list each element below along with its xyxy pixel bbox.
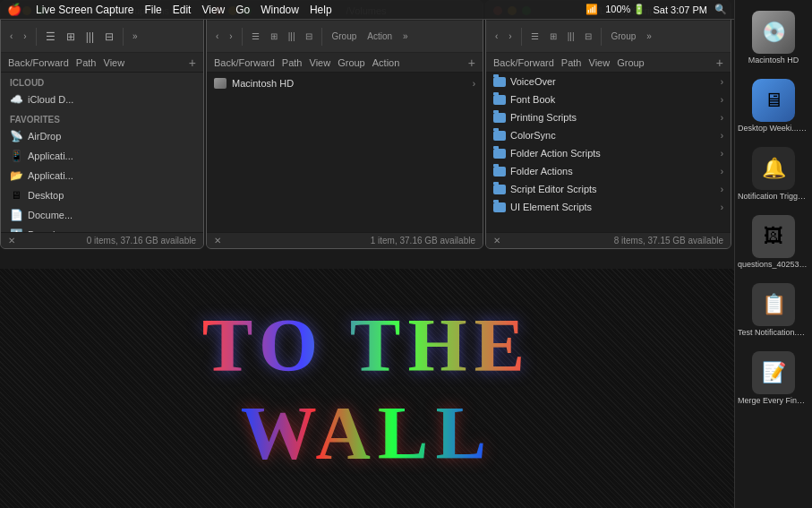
dock-label-notification: Notification Trigger.app bbox=[738, 192, 809, 201]
volumes-file-list: Macintosh HD › bbox=[207, 73, 483, 232]
status-bar-startup: ✕ 0 items, 37.16 GB available bbox=[1, 232, 203, 248]
view-label: View bbox=[104, 57, 125, 68]
sidebar-startup: iCloud ☁️ iCloud D... Favorites 📡 AirDro… bbox=[1, 73, 203, 232]
close-panel-3[interactable]: ✕ bbox=[493, 236, 500, 245]
menu-edit[interactable]: Edit bbox=[173, 4, 192, 16]
file-arrow-2: › bbox=[721, 113, 723, 123]
sep-v2 bbox=[321, 28, 322, 46]
add-btn-3[interactable]: + bbox=[716, 56, 723, 70]
group-label-3: Group bbox=[617, 57, 645, 68]
forward-button[interactable]: › bbox=[20, 30, 30, 43]
dock-item-questions[interactable]: 🖼 questions_402539_ap_...16.gif bbox=[734, 211, 812, 272]
finder-window-startup: /Library/StartupItems ‹ › ☰ ⊞ ||| ⊟ » Ba… bbox=[0, 0, 204, 249]
more-btn-3[interactable]: » bbox=[643, 30, 655, 43]
menu-go[interactable]: Go bbox=[235, 4, 250, 16]
fwd-btn-2[interactable]: › bbox=[226, 30, 235, 43]
dock-item-macintosh-hd[interactable]: 💿 Macintosh HD bbox=[745, 7, 803, 68]
folder-icon-3 bbox=[493, 129, 506, 142]
view-cover-btn[interactable]: ⊟ bbox=[101, 29, 117, 45]
add-btn-2[interactable]: + bbox=[468, 56, 475, 70]
view-s1[interactable]: ☰ bbox=[527, 30, 543, 43]
file-item-colorsync[interactable]: ColorSync› bbox=[486, 126, 731, 144]
file-item-folder-actions[interactable]: Folder Actions› bbox=[486, 162, 731, 180]
view-cols-btn[interactable]: ||| bbox=[82, 29, 98, 45]
dock-item-notification[interactable]: 🔔 Notification Trigger.app bbox=[734, 143, 812, 204]
sidebar-item-apps1[interactable]: 📱 Applicati... bbox=[1, 146, 203, 166]
sidebar-item-apps2[interactable]: 📂 Applicati... bbox=[1, 166, 203, 185]
app-name[interactable]: Live Screen Capture bbox=[36, 4, 133, 16]
dock-item-desktop-weekly[interactable]: 🖥 Desktop Weeki...ackups bbox=[734, 75, 812, 136]
sidebar-item-documents[interactable]: 📄 Docume... bbox=[1, 205, 203, 225]
file-item-voiceover[interactable]: VoiceOver› bbox=[486, 73, 731, 90]
menubar: 🍎 Live Screen Capture File Edit View Go … bbox=[0, 0, 734, 20]
desktop-icon: 🖥 bbox=[10, 189, 22, 202]
documents-label: Docume... bbox=[28, 210, 73, 220]
separator2 bbox=[123, 28, 124, 46]
apple-menu[interactable]: 🍎 bbox=[7, 3, 21, 16]
status-bar-volumes: ✕ 1 item, 37.16 GB available bbox=[207, 232, 483, 248]
wall-text-line2: WALL bbox=[241, 389, 493, 477]
view-2[interactable]: ⊞ bbox=[267, 30, 281, 43]
desktop-weekly-icon: 🖥 bbox=[752, 79, 795, 122]
sidebar-item-downloads[interactable]: ⬇️ Downloa... bbox=[1, 225, 203, 232]
back-button[interactable]: ‹ bbox=[6, 30, 16, 43]
file-item-font-book[interactable]: Font Book› bbox=[486, 90, 731, 108]
file-item-folder-action-scripts[interactable]: Folder Action Scripts› bbox=[486, 144, 731, 162]
view-s3[interactable]: ||| bbox=[564, 30, 578, 43]
apps1-label: Applicati... bbox=[28, 151, 73, 161]
close-panel[interactable]: ✕ bbox=[8, 236, 15, 245]
group-btn-s[interactable]: Group bbox=[607, 30, 639, 43]
view-label-2: View bbox=[310, 57, 331, 68]
more-btn[interactable]: » bbox=[129, 30, 141, 43]
sidebar-item-airdrop[interactable]: 📡 AirDrop bbox=[1, 126, 203, 146]
apps1-icon: 📱 bbox=[10, 150, 22, 162]
menu-wifi[interactable]: 📶 bbox=[585, 4, 598, 15]
view-3[interactable]: ||| bbox=[285, 30, 299, 43]
path-bar-scripts: Back/Forward Path View Group + bbox=[486, 53, 731, 73]
menu-window[interactable]: Window bbox=[261, 4, 299, 16]
icloud-label: iCloud D... bbox=[28, 94, 73, 105]
merge-finder-icon: 📝 bbox=[752, 351, 795, 394]
file-arrow-3: › bbox=[721, 131, 723, 141]
view-icon-btn[interactable]: ☰ bbox=[42, 29, 59, 45]
action-btn[interactable]: Action bbox=[363, 30, 396, 43]
path-label-3: Back/Forward bbox=[493, 57, 554, 68]
toolbar-volumes: ‹ › ☰ ⊞ ||| ⊟ Group Action » bbox=[207, 21, 483, 53]
view-s2[interactable]: ⊞ bbox=[546, 30, 560, 43]
back-btn-3[interactable]: ‹ bbox=[491, 30, 501, 43]
macintosh-hd-row[interactable]: Macintosh HD › bbox=[207, 73, 483, 94]
dock-item-merge-finder[interactable]: 📝 Merge Every Finder...ow.scpt bbox=[734, 348, 812, 409]
test-notification-icon: 📋 bbox=[752, 283, 795, 326]
fwd-btn-3[interactable]: › bbox=[505, 30, 515, 43]
add-button[interactable]: + bbox=[189, 56, 196, 70]
file-name-0: VoiceOver bbox=[510, 76, 716, 87]
file-item-ui-element-scripts[interactable]: UI Element Scripts› bbox=[486, 198, 731, 216]
file-name-2: Printing Scripts bbox=[510, 112, 716, 123]
view-1[interactable]: ☰ bbox=[248, 30, 263, 43]
path-bar-volumes: Back/Forward Path View Group Action + bbox=[207, 53, 483, 73]
menu-spotlight[interactable]: 🔍 bbox=[714, 4, 727, 15]
menu-view[interactable]: View bbox=[201, 4, 225, 16]
sidebar-item-icloud[interactable]: ☁️ iCloud D... bbox=[1, 90, 203, 109]
view-s4[interactable]: ⊟ bbox=[581, 30, 595, 43]
close-panel-2[interactable]: ✕ bbox=[214, 236, 221, 245]
view-grid-btn[interactable]: ⊞ bbox=[63, 29, 79, 45]
path-label-2: Back/Forward bbox=[214, 57, 275, 68]
sidebar-item-desktop[interactable]: 🖥 Desktop bbox=[1, 185, 203, 205]
back-btn-2[interactable]: ‹ bbox=[212, 30, 222, 43]
more-btn-2[interactable]: » bbox=[399, 30, 412, 43]
dock-label-questions: questions_402539_ap_...16.gif bbox=[738, 260, 809, 269]
questions-icon: 🖼 bbox=[752, 215, 795, 258]
view-4[interactable]: ⊟ bbox=[302, 30, 316, 43]
menu-help[interactable]: Help bbox=[310, 4, 332, 16]
group-btn[interactable]: Group bbox=[328, 30, 360, 43]
file-name-3: ColorSync bbox=[510, 130, 716, 141]
menu-file[interactable]: File bbox=[144, 4, 161, 16]
section-icloud: iCloud bbox=[1, 73, 203, 90]
dock-item-test[interactable]: 📋 Test Notification.app bbox=[734, 280, 812, 340]
file-item-script-editor-scripts[interactable]: Script Editor Scripts› bbox=[486, 180, 731, 198]
dock-label-test: Test Notification.app bbox=[738, 328, 809, 337]
file-item-printing-scripts[interactable]: Printing Scripts› bbox=[486, 108, 731, 126]
toolbar-startup: ‹ › ☰ ⊞ ||| ⊟ » bbox=[1, 21, 203, 53]
path-label: Back/Forward bbox=[8, 57, 69, 68]
